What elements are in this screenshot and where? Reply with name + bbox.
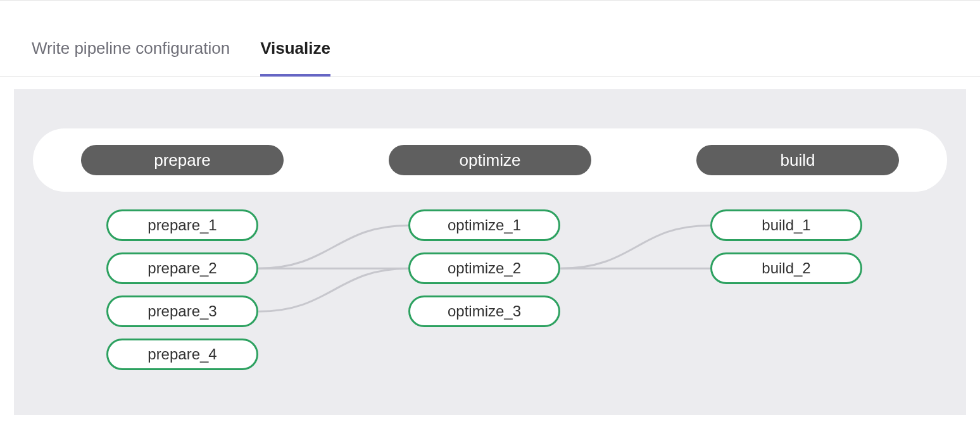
- stage-column-prepare: prepare_1 prepare_2 prepare_3 prepare_4: [106, 209, 258, 370]
- pipeline-visualization-canvas: prepare optimize build prepare_1 prepare…: [14, 89, 966, 415]
- job-node-build-2[interactable]: build_2: [710, 252, 862, 284]
- stage-column-optimize: optimize_1 optimize_2 optimize_3: [408, 209, 560, 327]
- tab-bar: Write pipeline configuration Visualize: [0, 1, 980, 77]
- tab-write-config[interactable]: Write pipeline configuration: [32, 21, 230, 76]
- job-node-optimize-1[interactable]: optimize_1: [408, 209, 560, 241]
- job-node-build-1[interactable]: build_1: [710, 209, 862, 241]
- job-node-optimize-2[interactable]: optimize_2: [408, 252, 560, 284]
- job-node-prepare-3[interactable]: prepare_3: [106, 295, 258, 327]
- stage-header-build: build: [696, 145, 899, 175]
- tab-visualize[interactable]: Visualize: [260, 21, 330, 76]
- stage-header-row: prepare optimize build: [33, 128, 947, 192]
- job-node-prepare-1[interactable]: prepare_1: [106, 209, 258, 241]
- stage-header-optimize: optimize: [389, 145, 591, 175]
- job-node-prepare-4[interactable]: prepare_4: [106, 339, 258, 370]
- stage-column-build: build_1 build_2: [710, 209, 862, 284]
- job-node-optimize-3[interactable]: optimize_3: [408, 295, 560, 327]
- stage-header-prepare: prepare: [81, 145, 284, 175]
- job-node-prepare-2[interactable]: prepare_2: [106, 252, 258, 284]
- pipeline-editor-page: Write pipeline configuration Visualize p…: [0, 0, 980, 429]
